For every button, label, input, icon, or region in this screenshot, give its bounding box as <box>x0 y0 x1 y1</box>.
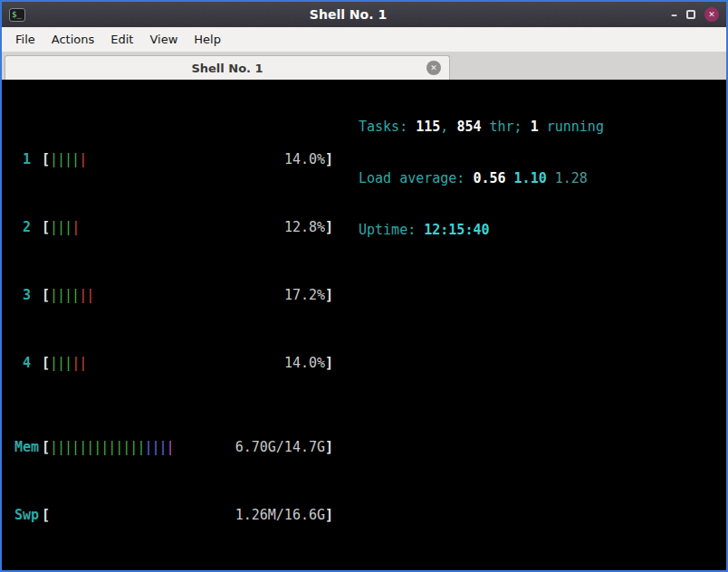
memory-label: Mem <box>5 438 42 457</box>
cpu-number: 1 <box>5 150 42 169</box>
meter-open-bracket: [ <box>42 438 50 457</box>
swap-label: Swp <box>5 506 42 525</box>
menu-item[interactable]: Actions <box>43 28 103 51</box>
cpu-bar: |||||| <box>50 286 93 305</box>
maximize-button[interactable] <box>686 10 695 19</box>
cpu-number: 4 <box>5 354 42 373</box>
title-bar[interactable]: $_ Shell No. 1 – ✕ <box>2 2 726 27</box>
system-info: Tasks: 115, 854 thr; 1 running Load aver… <box>359 85 604 558</box>
meter-open-bracket: [ <box>42 150 50 169</box>
terminal-window: $_ Shell No. 1 – ✕ File Actions Edit Vie… <box>0 0 728 572</box>
meter-close-bracket: ] <box>325 506 333 525</box>
meter-close-bracket: ] <box>325 286 333 305</box>
cpu-bar: ||||| <box>50 354 86 373</box>
cpu-bar: |||| <box>50 218 79 237</box>
tab-bar-empty-area <box>450 55 723 80</box>
cpu-percentage: 17.2% <box>284 286 325 305</box>
tab-bar: Shell No. 1 ✕ <box>2 52 726 80</box>
cpu-meter: 3 [ |||||| 17.2% ] <box>5 286 340 305</box>
cpu-number: 2 <box>5 218 42 237</box>
tab-close-icon[interactable]: ✕ <box>426 61 441 75</box>
load-average-line: Load average: 0.56 1.10 1.28 <box>359 169 604 188</box>
minimize-button[interactable]: – <box>671 8 677 21</box>
terminal-icon: $_ <box>9 8 25 22</box>
tab-shell[interactable]: Shell No. 1 ✕ <box>5 55 450 80</box>
meter-close-bracket: ] <box>325 438 333 457</box>
uptime-line: Uptime: 12:15:40 <box>359 221 604 240</box>
menu-item[interactable]: View <box>141 28 186 51</box>
swap-meter: Swp [ 1.26M/16.6G ] <box>5 506 340 525</box>
cpu-meter: 2 [ |||| 12.8% ] <box>5 218 340 237</box>
meter-open-bracket: [ <box>42 354 50 373</box>
cpu-meter: 4 [ ||||| 14.0% ] <box>5 354 340 373</box>
menu-item[interactable]: Edit <box>102 28 141 51</box>
meter-close-bracket: ] <box>325 218 333 237</box>
cpu-percentage: 14.0% <box>284 354 325 373</box>
meter-open-bracket: [ <box>42 506 50 525</box>
cpu-bar: ||||| <box>50 150 86 169</box>
cpu-number: 3 <box>5 286 42 305</box>
meter-open-bracket: [ <box>42 218 50 237</box>
menu-bar: File Actions Edit View Help <box>2 27 726 52</box>
tasks-line: Tasks: 115, 854 thr; 1 running <box>359 118 604 137</box>
window-title: Shell No. 1 <box>25 7 671 22</box>
memory-bar: ||||||||||||||||| <box>50 438 174 457</box>
swap-usage-text: 1.26M/16.6G <box>235 506 325 525</box>
cpu-percentage: 12.8% <box>284 218 325 237</box>
close-button[interactable]: ✕ <box>704 7 719 22</box>
memory-meter: Mem [ ||||||||||||||||| 6.70G/14.7G ] <box>5 438 340 457</box>
tab-label: Shell No. 1 <box>191 62 263 75</box>
cpu-memory-meters: 1 [ ||||| 14.0% ] 2 [ |||| 12.8% ] 3 [ |… <box>5 85 340 558</box>
menu-item[interactable]: Help <box>186 28 229 51</box>
meter-close-bracket: ] <box>325 354 333 373</box>
meter-open-bracket: [ <box>42 286 50 305</box>
cpu-percentage: 14.0% <box>284 150 325 169</box>
menu-item[interactable]: File <box>7 28 43 51</box>
memory-usage-text: 6.70G/14.7G <box>235 438 325 457</box>
meter-close-bracket: ] <box>325 150 333 169</box>
cpu-meter: 1 [ ||||| 14.0% ] <box>5 150 340 169</box>
terminal-screen[interactable]: 1 [ ||||| 14.0% ] 2 [ |||| 12.8% ] 3 [ |… <box>2 80 726 570</box>
